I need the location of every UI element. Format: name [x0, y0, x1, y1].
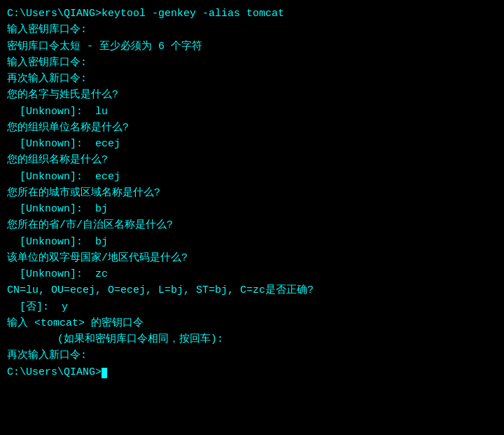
terminal-line-line15: [Unknown]: bj [7, 234, 497, 250]
terminal-line-line18: CN=lu, OU=ecej, O=ecej, L=bj, ST=bj, C=z… [7, 282, 497, 298]
terminal-line-line4: 输入密钥库口令: [7, 55, 497, 71]
terminal-line-line17: [Unknown]: zc [7, 266, 497, 282]
terminal-window: C:\Users\QIANG>keytool -genkey -alias to… [0, 0, 504, 435]
terminal-line-line1: C:\Users\QIANG>keytool -genkey -alias to… [7, 6, 497, 22]
terminal-line-line19: [否]: y [7, 299, 497, 315]
terminal-line-line22: (如果和密钥库口令相同，按回车): [7, 331, 497, 347]
terminal-line-line6: 您的名字与姓氏是什么? [7, 87, 497, 103]
terminal-line-line16: 该单位的双字母国家/地区代码是什么? [7, 250, 497, 266]
terminal-line-line3: 密钥库口令太短 - 至少必须为 6 个字符 [7, 39, 497, 55]
terminal-line-line5: 再次输入新口令: [7, 71, 497, 87]
terminal-line-line2: 输入密钥库口令: [7, 22, 497, 38]
terminal-content: C:\Users\QIANG>keytool -genkey -alias to… [7, 6, 497, 380]
terminal-line-line14: 您所在的省/市/自治区名称是什么? [7, 217, 497, 233]
terminal-line-line10: 您的组织名称是什么? [7, 152, 497, 168]
terminal-line-line21: 输入 <tomcat> 的密钥口令 [7, 315, 497, 331]
terminal-line-line9: [Unknown]: ecej [7, 136, 497, 152]
terminal-line-line23: 再次输入新口令: [7, 347, 497, 364]
terminal-line-line12: 您所在的城市或区域名称是什么? [7, 185, 497, 201]
terminal-cursor [102, 368, 107, 378]
terminal-line-line25: C:\Users\QIANG> [7, 364, 497, 380]
terminal-line-line13: [Unknown]: bj [7, 201, 497, 217]
terminal-line-line11: [Unknown]: ecej [7, 169, 497, 185]
terminal-line-line7: [Unknown]: lu [7, 104, 497, 120]
terminal-line-line8: 您的组织单位名称是什么? [7, 120, 497, 136]
